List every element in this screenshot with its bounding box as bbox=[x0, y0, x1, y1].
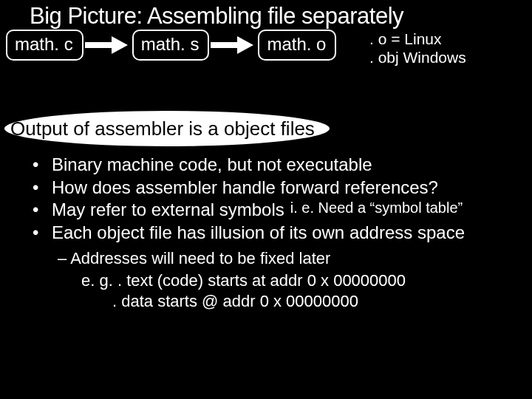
box-math-s: math. s bbox=[132, 30, 210, 61]
bullet-icon: • bbox=[33, 222, 52, 245]
extension-note: . o = Linux . obj Windows bbox=[369, 30, 466, 66]
arrow-icon bbox=[85, 37, 129, 53]
list-item: • May refer to external symbols i. e. Ne… bbox=[33, 199, 465, 222]
bullet-list: • Binary machine code, but not executabl… bbox=[33, 154, 465, 245]
slide-title: Big Picture: Assembling file separately bbox=[30, 3, 403, 30]
bullet-icon: • bbox=[33, 177, 52, 200]
sub-item: . data starts @ addr 0 x 00000000 bbox=[112, 291, 358, 313]
bullet-text: Binary machine code, but not executable bbox=[52, 154, 372, 177]
list-item: • How does assembler handle forward refe… bbox=[33, 177, 465, 200]
inline-note: i. e. Need a “symbol table” bbox=[290, 199, 463, 222]
section-heading: Output of assembler is a object files bbox=[10, 117, 315, 140]
box-math-c: math. c bbox=[6, 30, 83, 61]
sub-item: e. g. . text (code) starts at addr 0 x 0… bbox=[81, 270, 406, 292]
list-item: • Binary machine code, but not executabl… bbox=[33, 154, 465, 177]
bullet-text: How does assembler handle forward refere… bbox=[52, 177, 438, 200]
bullet-icon: • bbox=[33, 154, 52, 177]
bullet-text: Each object file has illusion of its own… bbox=[52, 222, 465, 245]
list-item: • Each object file has illusion of its o… bbox=[33, 222, 465, 245]
box-math-o: math. o bbox=[258, 30, 336, 61]
compile-flow: math. c math. s math. o bbox=[6, 30, 336, 61]
sub-item: – Addresses will need to be fixed later bbox=[58, 248, 330, 270]
arrow-icon bbox=[211, 37, 255, 53]
note-line: . obj Windows bbox=[369, 48, 466, 66]
bullet-text: May refer to external symbols bbox=[52, 199, 284, 222]
bullet-icon: • bbox=[33, 199, 52, 222]
note-line: . o = Linux bbox=[369, 30, 466, 48]
